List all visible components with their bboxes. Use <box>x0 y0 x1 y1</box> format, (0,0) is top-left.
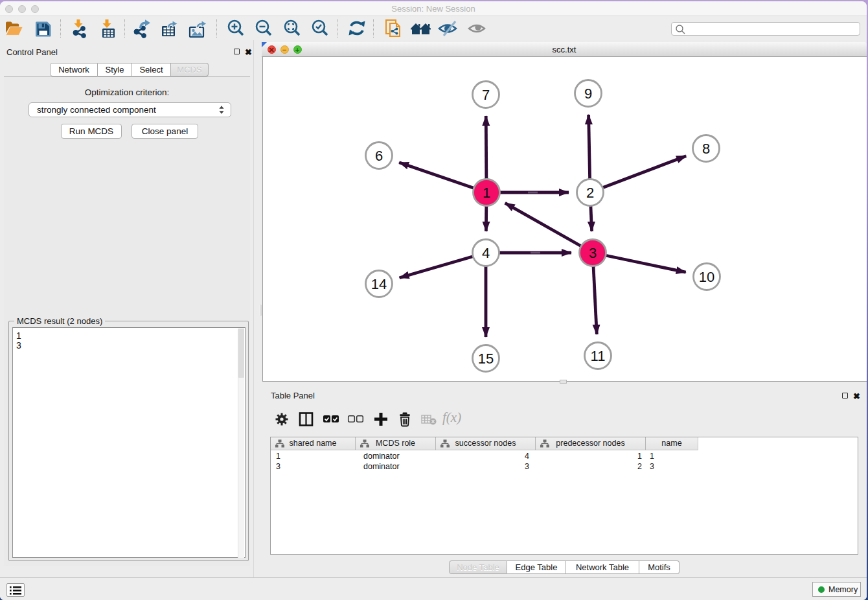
svg-text:3: 3 <box>589 245 597 261</box>
svg-text:15: 15 <box>478 351 494 367</box>
svg-text:6: 6 <box>375 148 383 164</box>
svg-text:11: 11 <box>591 348 606 364</box>
svg-text:7: 7 <box>482 87 490 103</box>
svg-text:14: 14 <box>371 276 387 292</box>
svg-text:8: 8 <box>702 141 710 157</box>
svg-text:4: 4 <box>482 245 490 261</box>
svg-text:1: 1 <box>483 185 490 201</box>
svg-text:9: 9 <box>584 86 592 102</box>
svg-text:10: 10 <box>699 269 714 285</box>
svg-text:2: 2 <box>586 185 594 201</box>
